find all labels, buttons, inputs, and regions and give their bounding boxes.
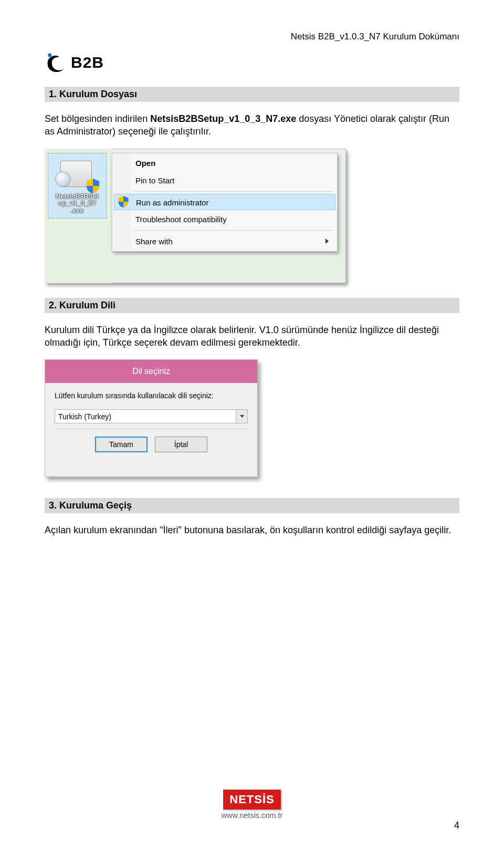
page-number: 4 xyxy=(454,820,459,831)
footer-url: www.netsis.com.tr xyxy=(222,811,283,820)
chevron-down-icon xyxy=(240,415,244,418)
dialog-title: Dil seçiniz xyxy=(45,360,257,383)
ok-button[interactable]: Tamam xyxy=(95,437,148,452)
svg-point-0 xyxy=(48,54,51,57)
logo: B2B xyxy=(45,51,459,74)
section-2-body: Kurulum dili Türkçe ya da İngilizce olar… xyxy=(45,324,459,349)
exe-filename-label: NetsisB2BSet up_v1_0_E7 .exe xyxy=(48,193,106,215)
footer-brand-badge: NETSİS xyxy=(223,790,280,810)
text: Set bölgesinden indirilen xyxy=(45,113,150,124)
uac-shield-icon xyxy=(87,179,99,193)
menu-item-pin-to-start[interactable]: Pin to Start xyxy=(113,172,336,189)
menu-item-troubleshoot-compatibility[interactable]: Troubleshoot compatibility xyxy=(113,211,336,228)
cancel-button[interactable]: İptal xyxy=(155,437,207,452)
dropdown-selected-value: Turkish (Turkey) xyxy=(55,412,236,421)
menu-label: Share with xyxy=(135,237,173,246)
menu-label: Run as administrator xyxy=(136,198,208,207)
menu-item-share-with[interactable]: Share with xyxy=(113,233,336,250)
menu-label: Pin to Start xyxy=(135,176,174,185)
menu-item-open[interactable]: Open xyxy=(113,154,336,172)
screenshot-language-dialog: Dil seçiniz Lütfen kurulum sırasında kul… xyxy=(45,359,263,483)
exe-file-selected[interactable]: NetsisB2BSet up_v1_0_E7 .exe xyxy=(48,153,107,219)
screenshot-context-menu: NetsisB2BSet up_v1_0_E7 .exe Open Pin to… xyxy=(45,149,346,283)
uac-shield-icon xyxy=(118,196,129,208)
dialog-separator xyxy=(55,429,248,429)
section-title-2: 2. Kurulum Dili xyxy=(45,298,459,313)
language-dialog: Dil seçiniz Lütfen kurulum sırasında kul… xyxy=(45,359,258,477)
menu-label: Open xyxy=(135,159,155,168)
dialog-prompt: Lütfen kurulum sırasında kullanılacak di… xyxy=(55,391,248,400)
text-line: .exe xyxy=(71,207,83,214)
section-title-1: 1. Kurulum Dosyası xyxy=(45,87,459,102)
language-dropdown[interactable]: Turkish (Turkey) xyxy=(55,409,248,423)
section-3-body: Açılan kurulum ekranından "İleri" butonu… xyxy=(45,524,459,536)
submenu-arrow-icon xyxy=(326,239,329,244)
section-title-3: 3. Kuruluma Geçiş xyxy=(45,498,459,513)
dropdown-button[interactable] xyxy=(236,410,247,423)
page-footer: NETSİS www.netsis.com.tr xyxy=(0,790,504,820)
menu-separator xyxy=(133,230,333,231)
exe-filename: NetsisB2BSetup_v1_0_3_N7.exe xyxy=(150,113,296,124)
menu-separator xyxy=(133,191,333,192)
text-line: up_v1_0_E7 xyxy=(58,200,96,207)
section-1-body: Set bölgesinden indirilen NetsisB2BSetup… xyxy=(45,112,459,138)
menu-label: Troubleshoot compatibility xyxy=(135,215,227,224)
menu-item-run-as-administrator[interactable]: Run as administrator xyxy=(114,194,335,210)
document-header: Netsis B2B_v1.0.3_N7 Kurulum Dokümanı xyxy=(45,32,459,42)
context-menu: Open Pin to Start Run as administrator T… xyxy=(112,153,338,252)
logo-icon xyxy=(45,51,67,74)
text-line: NetsisB2BSet xyxy=(56,193,99,200)
installer-icon xyxy=(55,156,99,193)
logo-text: B2B xyxy=(71,54,104,71)
